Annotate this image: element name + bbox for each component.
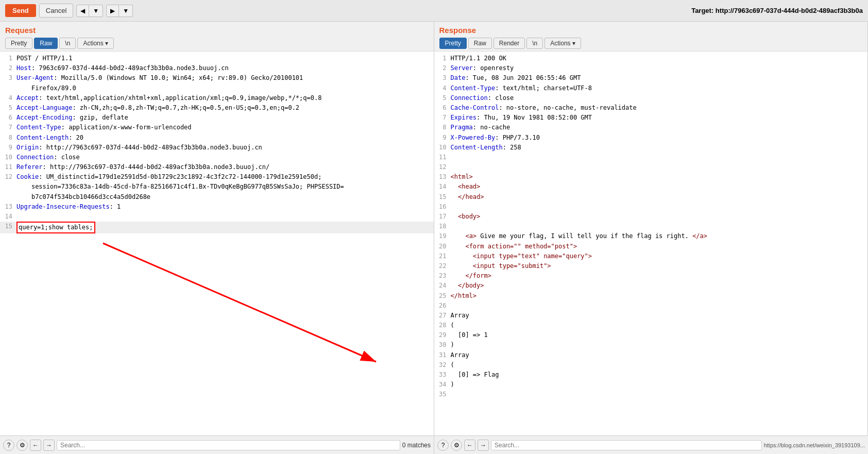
line-content: </head> — [451, 192, 866, 202]
line-number: 6 — [2, 113, 16, 123]
tab-request-newline[interactable]: \n — [59, 38, 76, 49]
line-content: </form> — [451, 271, 866, 281]
line-content: ( — [451, 321, 866, 330]
line-content: Cache-Control: no-store, no-cache, must-… — [451, 103, 866, 113]
bottom-url: https://blog.csdn.net/weixin_39193109... — [764, 442, 865, 448]
nav-next-right[interactable]: → — [478, 440, 489, 451]
line-content: <a> Give me your flag, I will tell you i… — [451, 231, 866, 241]
line-number: 24 — [436, 281, 451, 291]
line-number: 13 — [436, 172, 451, 182]
line-content: <input type="text" name="query"> — [451, 251, 866, 261]
send-button[interactable]: Send — [5, 4, 36, 17]
topbar: Send Cancel ◀ ▼ ▶ ▼ Target: http://7963c… — [0, 0, 868, 22]
line-number: 27 — [436, 311, 451, 321]
response-panel: Response Pretty Raw Render \n Actions ▾ … — [434, 22, 869, 435]
tab-request-actions[interactable]: Actions ▾ — [77, 38, 113, 49]
line-number: 3 — [2, 73, 16, 93]
table-row: 22 <input type="submit"> — [434, 261, 868, 271]
table-row: 9Origin: http://7963c697-037d-444d-b0d2-… — [0, 143, 434, 153]
table-row: 30) — [434, 340, 868, 350]
nav-back-dropdown-button[interactable]: ▼ — [89, 5, 103, 17]
line-content: Content-Type: application/x-www-form-url… — [16, 123, 432, 132]
line-number: 7 — [2, 123, 16, 132]
response-tab-bar: Pretty Raw Render \n Actions ▾ — [439, 38, 863, 49]
matches-count: 0 matches — [402, 442, 431, 449]
line-number: 8 — [2, 133, 16, 143]
line-number: 5 — [2, 103, 16, 113]
line-content: Cookie: UM_distinctid=179d1e2591d5d-0b17… — [16, 172, 432, 202]
nav-prev-right[interactable]: ← — [464, 440, 475, 451]
table-row: 32( — [434, 360, 868, 370]
tab-request-pretty[interactable]: Pretty — [5, 38, 32, 49]
gear-icon-right[interactable]: ⚙ — [451, 440, 462, 451]
line-content: Server: openresty — [451, 63, 866, 73]
nav-fwd-dropdown-button[interactable]: ▼ — [119, 5, 133, 17]
line-number: 6 — [436, 103, 451, 113]
line-number: 32 — [436, 360, 451, 370]
table-row: 7Expires: Thu, 19 Nov 1981 08:52:00 GMT — [434, 113, 868, 123]
line-number: 22 — [436, 261, 451, 271]
table-row: 5Accept-Language: zh-CN,zh;q=0.8,zh-TW;q… — [0, 103, 434, 113]
tab-request-raw[interactable]: Raw — [34, 38, 58, 49]
tab-response-raw[interactable]: Raw — [468, 38, 492, 49]
gear-icon-left[interactable]: ⚙ — [16, 440, 28, 451]
line-number: 13 — [2, 202, 16, 212]
nav-back-group: ◀ ▼ — [76, 5, 103, 17]
line-number: 16 — [436, 202, 451, 212]
table-row: 1POST / HTTP/1.1 — [0, 54, 434, 63]
table-row: 8Pragma: no-cache — [434, 123, 868, 132]
line-content: <head> — [451, 182, 866, 192]
nav-back-button[interactable]: ◀ — [76, 5, 89, 17]
table-row: 16 — [434, 202, 868, 212]
table-row: 11 — [434, 153, 868, 162]
table-row: 18 — [434, 222, 868, 231]
table-row: 28( — [434, 321, 868, 330]
line-content: ) — [451, 380, 866, 390]
tab-response-render[interactable]: Render — [493, 38, 525, 49]
line-number: 4 — [436, 83, 451, 93]
table-row: 6Accept-Encoding: gzip, deflate — [0, 113, 434, 123]
table-row: 21 <input type="text" name="query"> — [434, 251, 868, 261]
table-row: 15query=1;show tables; — [0, 222, 434, 233]
line-content: Accept-Language: zh-CN,zh;q=0.8,zh-TW;q=… — [16, 103, 432, 113]
table-row: 35 — [434, 390, 868, 399]
table-row: 29 [0] => 1 — [434, 330, 868, 340]
table-row: 12Cookie: UM_distinctid=179d1e2591d5d-0b… — [0, 172, 434, 202]
tab-response-pretty[interactable]: Pretty — [439, 38, 467, 49]
help-icon-right[interactable]: ? — [437, 440, 449, 451]
line-content: Origin: http://7963c697-037d-444d-b0d2-4… — [16, 143, 432, 153]
table-row: 2Server: openresty — [434, 63, 868, 73]
nav-prev-left[interactable]: ← — [30, 440, 41, 451]
line-content: Connection: close — [451, 93, 866, 103]
response-content[interactable]: 1HTTP/1.1 200 OK2Server: openresty3Date:… — [434, 52, 868, 435]
table-row: 4Content-Type: text/html; charset=UTF-8 — [434, 83, 868, 93]
line-content: <form action="" method="post"> — [451, 242, 866, 251]
line-content: Content-Length: 258 — [451, 143, 866, 153]
query-value: query=1;show tables; — [16, 222, 95, 233]
nav-next-left[interactable]: → — [43, 440, 55, 451]
line-content — [451, 222, 866, 231]
nav-fwd-button[interactable]: ▶ — [106, 5, 119, 17]
tab-response-actions[interactable]: Actions ▾ — [544, 38, 581, 49]
line-content: Content-Type: text/html; charset=UTF-8 — [451, 83, 866, 93]
request-title: Request — [5, 26, 429, 35]
table-row: 4Accept: text/html,application/xhtml+xml… — [0, 93, 434, 103]
line-content: Content-Length: 20 — [16, 133, 432, 143]
line-content: Pragma: no-cache — [451, 123, 866, 132]
line-content — [16, 212, 432, 222]
line-content: User-Agent: Mozilla/5.0 (Windows NT 10.0… — [16, 73, 432, 93]
bottom-right: ? ⚙ ← → https://blog.csdn.net/weixin_391… — [434, 436, 868, 454]
table-row: 11Referer: http://7963c697-037d-444d-b0d… — [0, 162, 434, 172]
bottombar: ? ⚙ ← → 0 matches ? ⚙ ← → https://blog.c… — [0, 435, 868, 454]
request-content[interactable]: 1POST / HTTP/1.12Host: 7963c697-037d-444… — [0, 52, 434, 435]
help-icon-left[interactable]: ? — [3, 440, 14, 451]
search-input-left[interactable] — [57, 440, 400, 450]
line-number: 26 — [436, 301, 451, 311]
table-row: 9X-Powered-By: PHP/7.3.10 — [434, 133, 868, 143]
search-input-right[interactable] — [491, 440, 762, 450]
cancel-button[interactable]: Cancel — [39, 4, 73, 18]
line-number: 10 — [436, 143, 451, 153]
line-number: 12 — [2, 172, 16, 202]
tab-response-newline[interactable]: \n — [526, 38, 543, 49]
line-number: 28 — [436, 321, 451, 330]
